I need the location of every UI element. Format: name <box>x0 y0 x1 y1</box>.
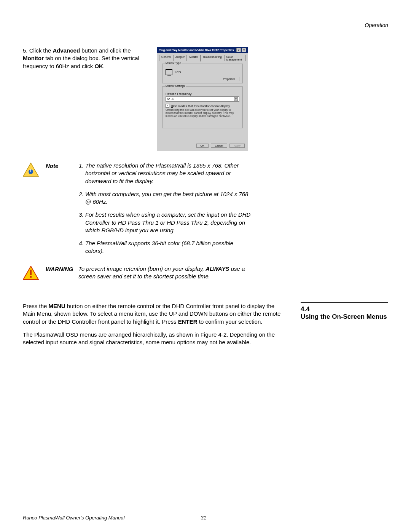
monitor-icon <box>166 69 172 75</box>
tab-adapter[interactable]: Adapter <box>173 55 187 61</box>
step-5-text: 5. Click the Advanced button and click t… <box>23 47 156 151</box>
note-item: For best results when using a computer, … <box>85 211 253 234</box>
refresh-frequency-value: 60 Hz <box>167 98 174 101</box>
titlebar-close-button[interactable]: × <box>242 48 246 52</box>
tab-general[interactable]: General <box>159 55 173 61</box>
hide-modes-checkbox[interactable]: ✓ <box>166 104 169 108</box>
titlebar-help-button[interactable]: ? <box>236 48 241 52</box>
section-main-text: Press the MENU button on either the remo… <box>23 302 285 351</box>
advanced-word: Advanced <box>53 47 80 54</box>
dialog-titlebar: Plug and Play Monitor and NVidia Riva TN… <box>157 47 248 53</box>
svg-rect-5 <box>30 276 32 278</box>
tab-color-management[interactable]: Color Management <box>224 55 246 61</box>
always-word: ALWAYS <box>206 265 229 272</box>
note-item: The native resolution of the PlasmaWall … <box>85 162 253 185</box>
header-rule <box>23 39 388 39</box>
note-item: The PlasmaWall supports 36-bit color (68… <box>85 240 253 255</box>
enter-word: ENTER <box>178 318 198 325</box>
warning-label: WARNING <box>46 265 78 272</box>
warning-icon <box>23 265 46 280</box>
header-section-label: Operation <box>23 22 388 28</box>
section-p2: The PlasmaWall OSD menus are arranged hi… <box>23 331 285 347</box>
chevron-down-icon: ▼ <box>234 97 238 101</box>
section-p1-frag: Press the <box>23 303 49 309</box>
section-number: 4.4 <box>301 305 388 313</box>
section-title: Using the On-Screen Menus <box>301 313 388 321</box>
cancel-button[interactable]: Cancel <box>211 144 228 148</box>
warning-callout: WARNING To prevent image retention (burn… <box>23 265 388 281</box>
group-monitor-type: Monitor Type LCD Properties <box>162 64 243 83</box>
hide-modes-rest: ide modes that this monitor cannot displ… <box>173 104 231 108</box>
dialog-footer: OK Cancel Apply <box>157 141 248 151</box>
svg-rect-4 <box>30 270 32 275</box>
step-number: 5. <box>23 47 28 54</box>
monitor-type-value: LCD <box>175 70 181 74</box>
monitor-word: Monitor <box>23 55 44 61</box>
apply-button[interactable]: Apply <box>229 144 245 148</box>
group-label-monitor-settings: Monitor Settings <box>165 85 186 87</box>
dialog-tab-body: Monitor Type LCD Properties Monitor Sett… <box>159 61 246 141</box>
group-monitor-settings: Monitor Settings Refresh Frequency: 60 H… <box>162 86 243 128</box>
refresh-frequency-label: Refresh Frequency: <box>166 92 239 96</box>
note-icon <box>23 162 46 177</box>
step-5-row: 5. Click the Advanced button and click t… <box>23 47 388 151</box>
hide-modes-label: Hide modes that this monitor cannot disp… <box>171 104 231 108</box>
ok-button[interactable]: OK <box>196 144 209 148</box>
note-label: Note <box>46 162 78 169</box>
section-p1-frag: to confirm your selection. <box>198 318 263 325</box>
tab-troubleshooting[interactable]: Troubleshooting <box>201 55 224 61</box>
menu-word: MENU <box>49 303 65 309</box>
manual-title: Runco PlasmaWall Owner's Operating Manua… <box>23 515 124 521</box>
note-body: The native resolution of the PlasmaWall … <box>78 162 253 260</box>
tab-monitor[interactable]: Monitor <box>187 55 200 62</box>
note-callout: Note The native resolution of the Plasma… <box>23 162 388 260</box>
section-heading-box: 4.4 Using the On-Screen Menus <box>301 302 388 351</box>
note-item: With most computers, you can get the bes… <box>85 190 253 206</box>
warning-body: To prevent image retention (burn) on you… <box>78 265 253 281</box>
ok-word: OK <box>94 63 103 69</box>
group-label-monitor-type: Monitor Type <box>165 62 182 64</box>
properties-button[interactable]: Properties <box>219 77 239 81</box>
dialog-title: Plug and Play Monitor and NVidia Riva TN… <box>159 48 234 52</box>
warning-text-frag: To prevent image retention (burn) on you… <box>78 265 206 272</box>
svg-rect-2 <box>30 169 31 172</box>
properties-dialog: Plug and Play Monitor and NVidia Riva TN… <box>157 47 248 151</box>
page-number: 31 <box>201 515 206 521</box>
section-heading-rule <box>301 302 388 303</box>
dialog-tabs: General Adapter Monitor Troubleshooting … <box>157 53 248 61</box>
step-text-frag: . <box>103 63 105 69</box>
page-footer: Runco PlasmaWall Owner's Operating Manua… <box>23 515 388 521</box>
refresh-frequency-dropdown[interactable]: 60 Hz ▼ <box>166 96 239 102</box>
section-4-4: Press the MENU button on either the remo… <box>23 302 388 351</box>
step-text-frag: Click the <box>29 47 53 54</box>
step-text-frag: button and click the <box>80 47 131 54</box>
hide-modes-fineprint: Unchecking this box will allow you to se… <box>166 109 239 118</box>
